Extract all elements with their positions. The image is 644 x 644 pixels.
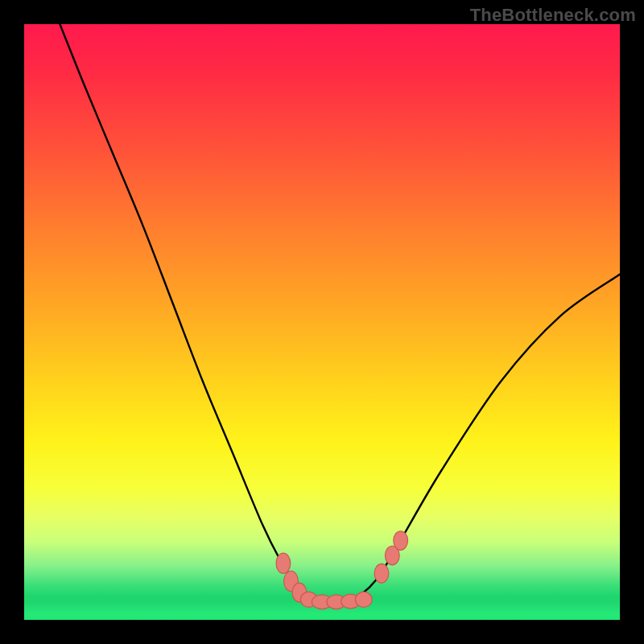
bottleneck-curve — [24, 24, 620, 620]
data-marker — [374, 564, 389, 583]
watermark-text: TheBottleneck.com — [470, 5, 636, 26]
plot-area — [24, 24, 620, 620]
chart-frame: TheBottleneck.com — [0, 0, 644, 644]
data-marker — [355, 592, 372, 607]
data-marker — [276, 553, 291, 573]
data-marker — [394, 531, 408, 551]
